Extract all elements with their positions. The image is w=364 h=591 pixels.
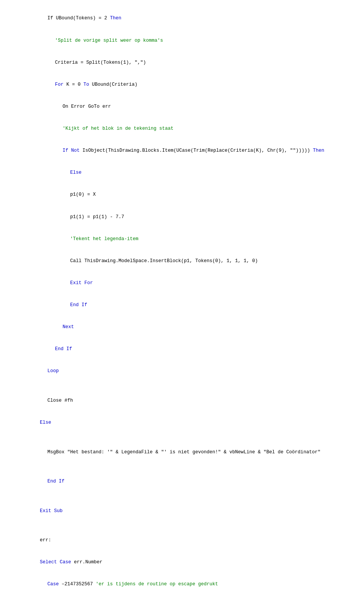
code-line: On Error GoTo err [23,96,341,118]
code-line: If UBound(Tokens) = 2 Then [23,8,341,30]
code-line: Next [23,316,341,338]
code-line: 'Kijkt of het blok in de tekening staat [23,118,341,140]
code-line [23,434,341,441]
code-line: Exit Sub [23,500,341,522]
code-line: Call ThisDrawing.ModelSpace.InsertBlock(… [23,250,341,272]
code-line: If Not IsObject(ThisDrawing.Blocks.Item(… [23,140,341,162]
code-line: Exit For [23,272,341,294]
code-line: End If [23,294,341,316]
code-line: p1(0) = X [23,184,341,206]
page: If UBound(Tokens) = 2 Then 'Split de vor… [0,0,364,591]
code-line: End If [23,471,341,493]
code-line: err: [23,530,341,552]
code-line: Select Case err.Number [23,552,341,574]
code-line: End If [23,338,341,360]
code-line: Close #fh [23,390,341,412]
code-line: Case –2147352567 'er is tijdens de routi… [23,574,341,591]
code-line: Else [23,162,341,184]
code-line: p1(1) = p1(1) - 7.7 [23,206,341,228]
code-line: 'Tekent het legenda-item [23,228,341,250]
code-line [23,493,341,500]
code-line: Loop [23,360,341,382]
code-line [23,522,341,529]
code-line [23,382,341,390]
code-line: MsgBox "Het bestand: '" & LegendaFile & … [23,441,341,463]
code-line: Else [23,412,341,434]
code-line: Criteria = Split(Tokens(1), ",") [23,52,341,74]
code-line [23,463,341,470]
code-line: For K = 0 To UBound(Criteria) [23,74,341,96]
code-line: 'Split de vorige split weer op komma's [23,30,341,52]
code-section-1: If UBound(Tokens) = 2 Then 'Split de vor… [23,8,341,591]
